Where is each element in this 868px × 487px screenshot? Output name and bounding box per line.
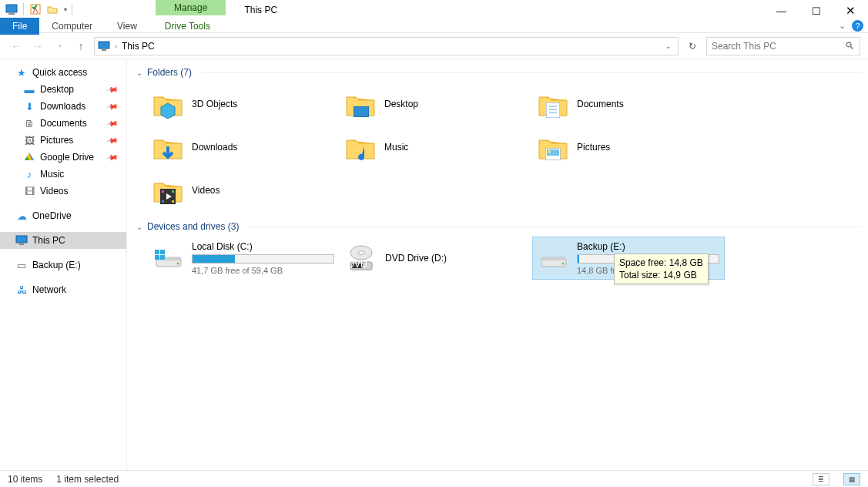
- svg-rect-0: [6, 5, 17, 12]
- chevron-down-icon: ⌄: [136, 69, 142, 77]
- folder-icon: [537, 88, 569, 120]
- svg-point-39: [561, 263, 564, 265]
- drive-name: Backup (E:): [577, 241, 719, 252]
- pc-icon: [98, 40, 110, 52]
- tab-view[interactable]: View: [105, 18, 149, 35]
- refresh-button[interactable]: ↻: [683, 37, 702, 55]
- svg-rect-11: [354, 106, 369, 117]
- maximize-button[interactable]: ☐: [799, 0, 833, 22]
- svg-rect-23: [172, 200, 174, 203]
- folder-name: Videos: [192, 185, 220, 196]
- svg-rect-38: [541, 257, 566, 260]
- status-item-count: 10 items: [8, 474, 42, 485]
- pin-icon: 📌: [106, 134, 119, 146]
- svg-point-27: [176, 263, 179, 265]
- group-header-drives[interactable]: ⌄ Devices and drives (3): [136, 220, 862, 237]
- sidebar-label: Backup (E:): [32, 260, 81, 270]
- chevron-down-icon: ⌄: [136, 223, 142, 231]
- back-button[interactable]: ←: [8, 38, 25, 55]
- svg-rect-1: [8, 13, 15, 15]
- sidebar-item-quick-access[interactable]: ★ Quick access: [0, 64, 126, 81]
- new-folder-icon[interactable]: [45, 2, 59, 16]
- svg-rect-3: [99, 42, 109, 49]
- search-placeholder: Search This PC: [712, 41, 776, 52]
- properties-icon[interactable]: [28, 2, 42, 16]
- music-icon: ♪: [23, 168, 35, 180]
- folder-tiles: 3D ObjectsDesktopDocumentsDownloadsMusic…: [136, 82, 862, 212]
- view-tiles-button[interactable]: ▦: [843, 473, 860, 485]
- google-drive-icon: [23, 151, 35, 163]
- cloud-icon: ☁: [15, 210, 28, 222]
- tooltip-line: Space free: 14,8 GB: [619, 257, 703, 268]
- sidebar-item-google-drive[interactable]: Google Drive 📌: [0, 149, 126, 166]
- folder-tile[interactable]: 3D Objects: [147, 82, 340, 126]
- sidebar-item-desktop[interactable]: ▬ Desktop 📌: [0, 81, 126, 98]
- svg-rect-4: [102, 49, 106, 51]
- qat-dropdown-icon[interactable]: ▾: [62, 6, 67, 13]
- folder-tile[interactable]: Desktop: [340, 82, 532, 126]
- pictures-icon: 🖼: [23, 134, 35, 146]
- sidebar-item-backup[interactable]: ▭ Backup (E:): [0, 257, 126, 274]
- help-icon[interactable]: ?: [852, 20, 863, 32]
- search-icon[interactable]: 🔍︎: [845, 40, 855, 52]
- address-bar[interactable]: › This PC ⌄: [94, 37, 679, 55]
- sidebar-label: Network: [32, 284, 66, 295]
- tab-drive-tools[interactable]: Drive Tools: [152, 18, 223, 35]
- address-dropdown-icon[interactable]: ⌄: [662, 42, 675, 50]
- drive-subtext: 41,7 GB free of 59,4 GB: [192, 266, 334, 275]
- sidebar-item-pictures[interactable]: 🖼 Pictures 📌: [0, 132, 126, 149]
- svg-rect-12: [546, 102, 560, 118]
- sidebar-item-downloads[interactable]: ⬇ Downloads 📌: [0, 98, 126, 115]
- ribbon-collapse-icon[interactable]: ⌄: [839, 21, 846, 31]
- pc-icon: [15, 234, 28, 247]
- drive-icon: [152, 242, 184, 274]
- folder-tile[interactable]: Documents: [532, 82, 725, 126]
- sidebar-label: Desktop: [40, 84, 74, 95]
- view-details-button[interactable]: ≣: [813, 473, 829, 485]
- desktop-icon: ▬: [23, 83, 35, 96]
- folder-icon: [344, 88, 377, 120]
- folder-tile[interactable]: Pictures: [532, 126, 725, 169]
- history-dropdown[interactable]: ▾: [51, 38, 68, 55]
- status-bar: 10 items 1 item selected ≣ ▦: [0, 470, 868, 487]
- svg-rect-20: [162, 190, 164, 193]
- sidebar-item-videos[interactable]: 🎞 Videos: [0, 183, 126, 200]
- folder-tile[interactable]: Music: [340, 126, 532, 169]
- file-tab[interactable]: File: [0, 18, 39, 35]
- window-controls: — ☐ ✕: [764, 0, 868, 22]
- folder-icon: [152, 88, 184, 120]
- drive-tile[interactable]: DVD DVD Drive (D:): [340, 237, 532, 280]
- up-button[interactable]: ↑: [72, 38, 89, 55]
- svg-rect-26: [156, 257, 181, 260]
- folder-name: 3D Objects: [192, 99, 237, 109]
- sidebar-item-onedrive[interactable]: ☁ OneDrive: [0, 207, 126, 224]
- sidebar-label: Pictures: [40, 135, 73, 146]
- sidebar-item-music[interactable]: ♪ Music: [0, 166, 126, 183]
- drive-tile[interactable]: Local Disk (C:)41,7 GB free of 59,4 GB: [147, 237, 340, 280]
- tooltip-line: Total size: 14,9 GB: [619, 270, 697, 280]
- drive-icon: ▭: [15, 259, 28, 271]
- group-header-folders[interactable]: ⌄ Folders (7): [136, 65, 862, 82]
- svg-text:DVD: DVD: [347, 259, 367, 270]
- sidebar-item-documents[interactable]: 🗎 Documents 📌: [0, 115, 126, 132]
- network-icon: 🖧: [15, 284, 28, 296]
- drive-name: DVD Drive (D:): [385, 253, 527, 264]
- pin-icon: 📌: [106, 83, 119, 96]
- minimize-button[interactable]: —: [764, 0, 799, 22]
- sidebar-item-this-pc[interactable]: This PC: [0, 232, 126, 249]
- search-box[interactable]: Search This PC 🔍︎: [706, 37, 860, 55]
- drive-name: Local Disk (C:): [192, 241, 334, 252]
- close-button[interactable]: ✕: [833, 0, 868, 22]
- breadcrumb[interactable]: This PC: [122, 41, 155, 52]
- sidebar-item-network[interactable]: 🖧 Network: [0, 281, 126, 298]
- folder-name: Downloads: [192, 142, 237, 153]
- sidebar-label: Downloads: [40, 101, 85, 112]
- folder-tile[interactable]: Videos: [147, 169, 340, 212]
- tab-computer[interactable]: Computer: [39, 18, 105, 35]
- breadcrumb-chevron-icon[interactable]: ›: [115, 42, 117, 50]
- forward-button[interactable]: →: [29, 38, 46, 55]
- folder-tile[interactable]: Downloads: [147, 126, 340, 169]
- sidebar-label: Google Drive: [40, 152, 94, 163]
- tooltip: Space free: 14,8 GB Total size: 14,9 GB: [614, 254, 709, 284]
- qat-separator: [23, 3, 24, 15]
